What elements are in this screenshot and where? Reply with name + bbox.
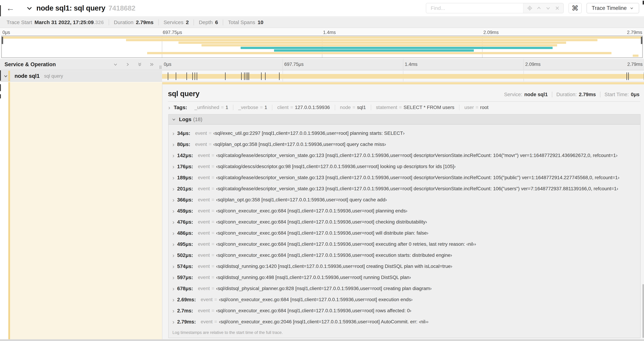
tag-item: statement=SELECT * FROM users — [371, 105, 460, 110]
right-scrollbar-mark[interactable] — [642, 1, 644, 5]
left-scrollbar-mark[interactable] — [0, 94, 1, 98]
span-row[interactable]: node sql1 sql query — [0, 71, 644, 82]
log-row[interactable]: ›201μs:event=‹sql/catalog/lease/descript… — [168, 183, 640, 194]
log-equals: = — [212, 208, 214, 214]
log-field-key: event — [198, 286, 210, 291]
log-row[interactable]: ›495μs:event=‹sql/conn_executor_exec.go:… — [168, 239, 640, 250]
log-field-key: event — [198, 175, 210, 180]
vertical-scrollbar-thumb[interactable] — [642, 284, 644, 338]
detail-meta-item: Start Time:0μs — [600, 92, 640, 97]
log-equals: = — [212, 153, 214, 158]
log-field-value: ‹sql/distsql_running.go:1420 [nsql1,clie… — [216, 263, 452, 269]
logs-note: Log timestamps are relative to the start… — [168, 327, 640, 338]
log-row[interactable]: ›2.69ms:event=‹sql/conn_executor_exec.go… — [168, 294, 640, 305]
collapse-all-icon[interactable] — [137, 62, 142, 67]
find-clear-icon[interactable] — [554, 5, 560, 11]
log-equals: = — [212, 230, 214, 236]
span-row-name-cell[interactable]: node sql1 sql query — [0, 71, 162, 82]
collapse-trace-icon[interactable] — [26, 5, 33, 12]
log-row[interactable]: ›459μs:event=‹sql/conn_executor_exec.go:… — [168, 205, 640, 216]
log-equals: = — [212, 219, 214, 225]
left-scrollbar-mark[interactable] — [0, 84, 1, 91]
trace-title: node sql1: sql query — [36, 4, 105, 12]
log-timestamp: 574μs: — [177, 263, 193, 269]
minimap-row — [2, 55, 642, 57]
log-marker — [248, 72, 249, 80]
summary-item: Services2 — [159, 20, 194, 25]
log-row[interactable]: ›574μs:event=‹sql/distsql_running.go:142… — [168, 261, 640, 272]
span-collapse-icon[interactable] — [3, 74, 8, 79]
find-prev-icon[interactable] — [536, 5, 542, 11]
log-field-value: ‹sql/conn_executor_exec.go:684 [nsql1,cl… — [216, 208, 407, 214]
log-timestamp: 476μs: — [177, 219, 193, 225]
minimap-span-bar — [147, 52, 612, 54]
log-row[interactable]: ›366μs:event=‹sql/plan_opt.go:358 [nsql1… — [168, 194, 640, 205]
trace-timeline-page: ← node sql1: sql query 7418682 — [0, 0, 644, 341]
log-field-key: event — [198, 308, 210, 313]
log-field-value: ‹sql/catalog/descs/descriptor.go:98 [nsq… — [216, 164, 456, 169]
minimap-right-handle[interactable] — [641, 37, 642, 44]
detail-meta-label: Service: — [504, 92, 522, 97]
log-row[interactable]: ›2.7ms:event=‹sql/conn_executor_exec.go:… — [168, 305, 640, 316]
log-marker — [241, 72, 242, 80]
log-field-value: ‹sql/conn_executor_exec.go:684 [nsql1,cl… — [219, 297, 412, 302]
collapse-one-icon[interactable] — [113, 62, 118, 67]
summary-value: 2 — [186, 20, 189, 25]
log-field-key: event — [198, 186, 210, 191]
logs-header[interactable]: Logs (18) — [168, 115, 640, 125]
log-row[interactable]: ›2.79ms:event=‹sql/conn_executor_exec.go… — [168, 316, 640, 327]
log-field-value: ‹sql/plan_opt.go:358 [nsql1,client=127.0… — [213, 142, 386, 147]
log-field-value: ‹sql/exec_util.go:2297 [nsql1,client=127… — [213, 131, 404, 136]
log-row[interactable]: ›80μs:event=‹sql/plan_opt.go:358 [nsql1,… — [168, 139, 640, 150]
left-scrollbar-mark[interactable] — [0, 5, 1, 16]
keyboard-shortcuts-button[interactable]: ⌘ — [568, 3, 582, 13]
log-row[interactable]: ›597μs:event=‹sql/distsql_running.go:498… — [168, 272, 640, 283]
chevron-right-icon: › — [172, 263, 174, 269]
log-row[interactable]: ›142μs:event=‹sql/catalog/lease/descript… — [168, 150, 640, 161]
find-next-icon[interactable] — [545, 5, 551, 11]
minimap-span-bar — [633, 55, 638, 57]
log-field-key: event — [198, 263, 210, 269]
view-selector-button[interactable]: Trace Timeline — [586, 3, 639, 13]
log-field-value: ‹sql/catalog/lease/descriptor_version_st… — [216, 153, 618, 158]
service-operation-label: Service & Operation — [4, 61, 56, 68]
log-row[interactable]: ›34μs:event=‹sql/exec_util.go:2297 [nsql… — [168, 128, 640, 139]
log-row[interactable]: ›176μs:event=‹sql/catalog/descs/descript… — [168, 161, 640, 172]
tag-item: client=127.0.0.1:59936 — [272, 105, 335, 110]
detail-meta-list: Service:node sql1Duration:2.79msStart Ti… — [500, 92, 640, 97]
summary-item: Total Spans10 — [223, 20, 268, 25]
locate-icon[interactable] — [527, 5, 533, 11]
tag-item: node=sql1 — [335, 105, 371, 110]
log-row[interactable]: ›486μs:event=‹sql/conn_executor_exec.go:… — [168, 227, 640, 239]
log-row[interactable]: ›189μs:event=‹sql/catalog/lease/descript… — [168, 172, 640, 183]
log-equals: = — [214, 319, 217, 324]
log-marker — [244, 72, 244, 80]
log-field-key: event — [198, 197, 210, 203]
summary-label: Trace Start — [6, 20, 32, 25]
tag-item: _verbose=1 — [233, 105, 272, 110]
minimap-canvas[interactable] — [2, 36, 642, 58]
expand-one-icon[interactable] — [125, 62, 130, 67]
span-row-timeline-cell[interactable] — [162, 71, 644, 82]
log-row[interactable]: ›502μs:event=‹sql/conn_executor_exec.go:… — [168, 250, 640, 261]
ruler-gridline — [282, 59, 283, 70]
log-row[interactable]: ›678μs:event=‹sql/distsql_physical_plann… — [168, 283, 640, 294]
expand-all-icon[interactable] — [149, 62, 154, 67]
log-equals: = — [212, 186, 214, 191]
minimap-left-handle[interactable] — [2, 37, 3, 44]
tags-row[interactable]: › Tags: _unfinished=1_verbose=1client=12… — [162, 102, 644, 110]
log-timestamp: 502μs: — [177, 252, 193, 258]
summary-bar: Trace StartMarch 31 2022, 17:25:09.326Du… — [0, 17, 644, 28]
tag-key: statement — [376, 105, 397, 110]
back-button[interactable]: ← — [6, 4, 14, 12]
log-timestamp: 495μs: — [177, 241, 193, 247]
tick-label: 2.79ms — [627, 30, 642, 35]
tag-equals: = — [399, 105, 402, 110]
detail-operation-title: sql query — [168, 90, 200, 98]
left-scrollbar-mark[interactable] — [0, 70, 1, 81]
log-row[interactable]: ›476μs:event=‹sql/conn_executor_exec.go:… — [168, 216, 640, 227]
summary-item: Depth6 — [194, 20, 223, 25]
chevron-right-icon: › — [172, 130, 174, 136]
log-equals: = — [209, 131, 212, 136]
find-input[interactable] — [426, 3, 523, 13]
